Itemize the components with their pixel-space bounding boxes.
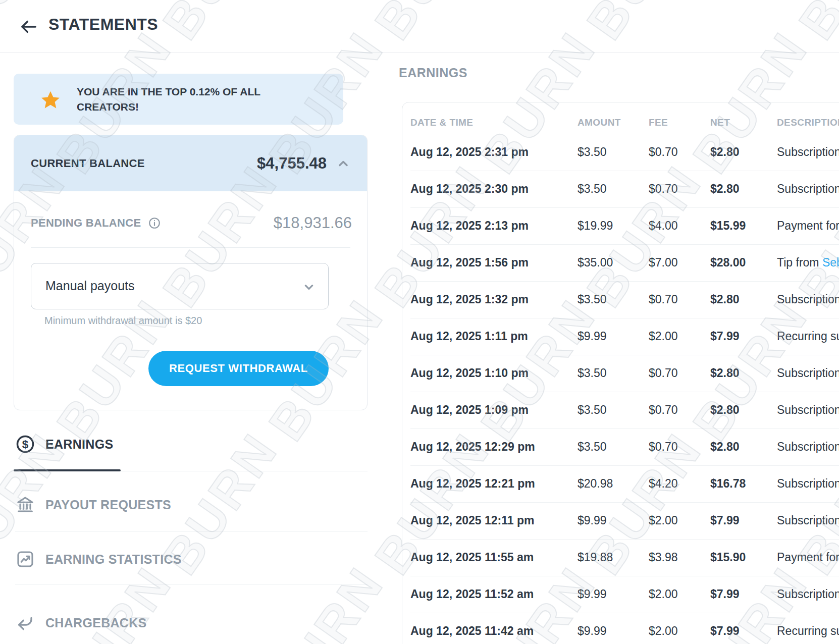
cell-net: $28.00 (710, 244, 746, 281)
cell-fee: $2.00 (649, 318, 678, 355)
cell-description: Subscription (777, 502, 839, 539)
cell-fee: $4.20 (649, 465, 678, 502)
column-header-fee: FEE (649, 112, 668, 134)
earnings-section-title: EARNINGS (399, 66, 467, 80)
table-row: Aug 12, 2025 12:11 pm$9.99$2.00$7.99Subs… (402, 502, 839, 539)
cell-description: Subscription (777, 171, 839, 207)
cell-amount: $35.00 (578, 244, 613, 281)
cell-fee: $0.70 (649, 134, 678, 171)
cell-description: Subscription (777, 428, 839, 465)
sidebar-item-earnings[interactable]: $ EARNINGS (15, 430, 113, 458)
cell-amount: $9.99 (578, 613, 607, 644)
table-row: Aug 12, 2025 1:32 pm$3.50$0.70$2.80Subsc… (402, 281, 839, 318)
sidebar-item-label: PAYOUT REQUESTS (45, 498, 171, 512)
active-tab-underline (14, 469, 121, 471)
cell-fee: $7.00 (649, 244, 678, 281)
cell-fee: $4.00 (649, 207, 678, 244)
cell-description: Subscription (777, 281, 839, 318)
cell-amount: $9.99 (578, 576, 607, 613)
banner-text: YOU ARE IN THE TOP 0.12% OF ALL CREATORS… (77, 84, 289, 115)
cell-date: Aug 12, 2025 1:09 pm (410, 392, 529, 428)
request-withdrawal-button[interactable]: REQUEST WITHDRAWAL (148, 351, 329, 386)
cell-date: Aug 12, 2025 2:13 pm (410, 207, 529, 244)
cell-date: Aug 12, 2025 11:52 am (410, 576, 534, 613)
cell-date: Aug 12, 2025 2:31 pm (410, 134, 529, 171)
sidebar-item-label: CHARGEBACKS (45, 616, 147, 630)
dollar-circle-icon: $ (15, 434, 35, 454)
undo-arrow-icon (15, 613, 35, 633)
current-balance-label: CURRENT BALANCE (31, 135, 145, 191)
cell-amount: $3.50 (578, 392, 607, 428)
table-row: Aug 12, 2025 2:30 pm$3.50$0.70$2.80Subsc… (402, 171, 839, 207)
sidebar-item-label: EARNINGS (45, 437, 113, 452)
cell-amount: $20.98 (578, 465, 613, 502)
cell-fee: $2.00 (649, 502, 678, 539)
divider (15, 531, 368, 531)
column-header-date: DATE & TIME (410, 112, 473, 134)
cell-description: Subscription (777, 465, 839, 502)
cell-amount: $3.50 (578, 171, 607, 207)
cell-date: Aug 12, 2025 12:11 pm (410, 502, 534, 539)
cell-net: $2.80 (710, 428, 740, 465)
earnings-table: DATE & TIME AMOUNT FEE NET DESCRIPTION A… (402, 102, 839, 644)
table-row: Aug 12, 2025 11:55 am$19.88$3.98$15.90Pa… (402, 539, 839, 576)
table-row: Aug 12, 2025 1:10 pm$3.50$0.70$2.80Subsc… (402, 355, 839, 392)
cell-fee: $2.00 (649, 613, 678, 644)
cell-fee: $2.00 (649, 576, 678, 613)
arrow-left-icon (18, 17, 40, 37)
bank-icon (15, 495, 35, 515)
divider (15, 584, 368, 584)
sidebar-item-label: EARNING STATISTICS (45, 552, 182, 567)
info-icon[interactable] (148, 217, 161, 230)
chevron-up-icon[interactable] (335, 155, 352, 172)
cell-amount: $3.50 (578, 281, 607, 318)
cell-description: Subscription (777, 392, 839, 428)
cell-net: $2.80 (710, 281, 740, 318)
cell-amount: $3.50 (578, 355, 607, 392)
cell-net: $15.99 (710, 207, 746, 244)
balance-card: CURRENT BALANCE $4,755.48 PENDING BALANC… (14, 135, 368, 410)
sidebar-item-chargebacks[interactable]: CHARGEBACKS (15, 609, 147, 637)
user-link[interactable]: Seb (822, 256, 839, 269)
cell-net: $2.80 (710, 392, 740, 428)
statements-page: STATEMENTS YOU ARE IN THE TOP 0.12% OF A… (0, 0, 839, 644)
back-button[interactable] (18, 16, 40, 38)
cell-amount: $3.50 (578, 134, 607, 171)
cell-date: Aug 12, 2025 2:30 pm (410, 171, 529, 207)
page-header: STATEMENTS (0, 0, 839, 52)
cell-fee: $0.70 (649, 171, 678, 207)
column-header-amount: AMOUNT (578, 112, 621, 134)
pending-balance-row: PENDING BALANCE $18,931.66 (31, 205, 352, 241)
cell-description: Payment for (777, 207, 839, 244)
cell-net: $16.78 (710, 465, 746, 502)
cell-fee: $0.70 (649, 355, 678, 392)
cell-amount: $19.99 (578, 207, 613, 244)
payout-method-select[interactable]: Manual payouts (31, 263, 329, 309)
table-row: Aug 12, 2025 12:21 pm$20.98$4.20$16.78Su… (402, 465, 839, 502)
cell-date: Aug 12, 2025 11:42 am (410, 613, 534, 644)
cell-net: $2.80 (710, 134, 740, 171)
table-row: Aug 12, 2025 11:52 am$9.99$2.00$7.99Subs… (402, 576, 839, 613)
cell-date: Aug 12, 2025 1:10 pm (410, 355, 529, 392)
sidebar-item-payout-requests[interactable]: PAYOUT REQUESTS (15, 491, 171, 519)
cell-net: $7.99 (710, 613, 740, 644)
cell-net: $7.99 (710, 318, 740, 355)
earnings-rows: Aug 12, 2025 2:31 pm$3.50$0.70$2.80Subsc… (402, 134, 839, 644)
table-row: Aug 12, 2025 2:31 pm$3.50$0.70$2.80Subsc… (402, 134, 839, 171)
cell-description: Tip from Seb (777, 244, 839, 281)
cell-description: Subscription (777, 134, 839, 171)
cell-description: Recurring sub (777, 613, 839, 644)
current-balance-row: CURRENT BALANCE $4,755.48 (14, 135, 367, 191)
cell-fee: $3.98 (649, 539, 678, 576)
cell-amount: $19.88 (578, 539, 613, 576)
min-withdrawal-note: Minimum withdrawal amount is $20 (44, 315, 202, 327)
table-row: Aug 12, 2025 1:56 pm$35.00$7.00$28.00Tip… (402, 244, 839, 281)
cell-amount: $3.50 (578, 428, 607, 465)
table-row: Aug 12, 2025 12:29 pm$3.50$0.70$2.80Subs… (402, 428, 839, 465)
cell-date: Aug 12, 2025 1:56 pm (410, 244, 529, 281)
sidebar-item-earning-statistics[interactable]: EARNING STATISTICS (15, 545, 182, 573)
cell-description: Payment for (777, 539, 839, 576)
cell-net: $7.99 (710, 502, 740, 539)
top-creator-banner: YOU ARE IN THE TOP 0.12% OF ALL CREATORS… (14, 74, 343, 125)
column-header-net: NET (710, 112, 730, 134)
